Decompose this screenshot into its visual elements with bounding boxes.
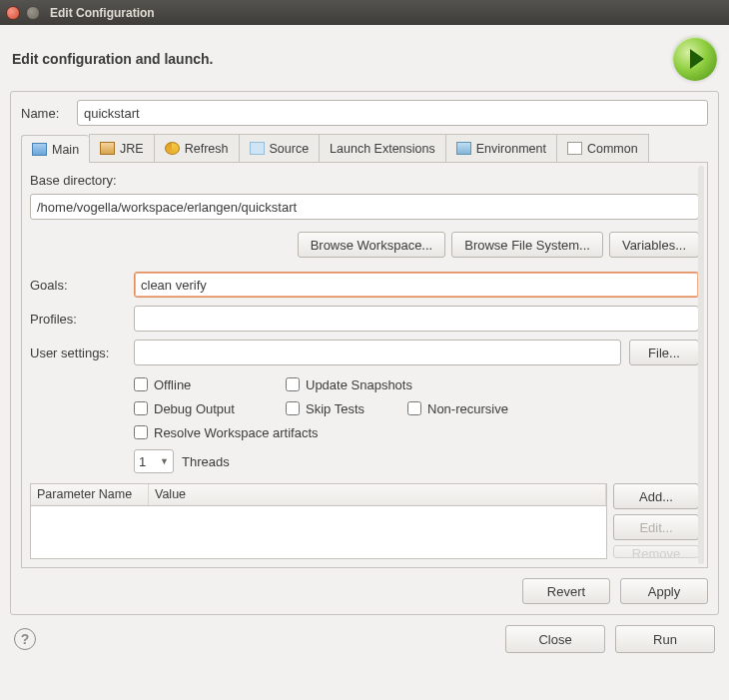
resolve-workspace-checkbox[interactable]: Resolve Workspace artifacts	[134, 421, 319, 443]
page-icon	[32, 143, 47, 156]
offline-checkbox[interactable]: Offline	[134, 373, 264, 395]
col-parameter-name[interactable]: Parameter Name	[31, 484, 149, 505]
tab-launch-extensions[interactable]: Launch Extensions	[319, 134, 445, 162]
tab-refresh[interactable]: Refresh	[154, 134, 239, 162]
skip-tests-checkbox[interactable]: Skip Tests	[286, 397, 385, 419]
jre-icon	[100, 142, 115, 155]
col-value[interactable]: Value	[149, 484, 606, 505]
tab-jre-label: JRE	[120, 142, 144, 156]
config-panel: Name: Main JRE Refresh Source Launch Ext…	[10, 91, 719, 615]
update-snapshots-label: Update Snapshots	[306, 377, 412, 392]
browse-filesystem-button[interactable]: Browse File System...	[451, 232, 603, 258]
threads-spinner[interactable]: 1▼	[134, 449, 174, 473]
run-button[interactable]: Run	[615, 625, 715, 653]
debug-output-checkbox[interactable]: Debug Output	[134, 397, 264, 419]
window-close-icon[interactable]	[6, 6, 20, 20]
file-button[interactable]: File...	[629, 340, 699, 365]
edit-button: Edit...	[613, 514, 699, 540]
goals-input[interactable]	[134, 272, 699, 298]
environment-icon	[456, 142, 471, 155]
tab-common[interactable]: Common	[556, 134, 649, 162]
page-title: Edit configuration and launch.	[12, 51, 213, 67]
non-recursive-checkbox[interactable]: Non-recursive	[407, 397, 508, 419]
apply-button[interactable]: Apply	[620, 578, 708, 604]
tab-main[interactable]: Main	[21, 135, 89, 163]
run-hero-icon	[673, 37, 717, 81]
profiles-input[interactable]	[134, 306, 699, 332]
browse-workspace-button[interactable]: Browse Workspace...	[298, 232, 446, 258]
parameter-table[interactable]: Parameter Name Value	[30, 483, 607, 559]
refresh-icon	[165, 142, 180, 155]
name-input[interactable]	[77, 100, 708, 126]
tab-common-label: Common	[587, 142, 638, 156]
help-icon[interactable]: ?	[14, 628, 36, 650]
debug-output-label: Debug Output	[154, 401, 235, 416]
tab-environment-label: Environment	[476, 142, 546, 156]
profiles-label: Profiles:	[30, 312, 126, 327]
base-dir-label: Base directory:	[30, 173, 699, 188]
close-button[interactable]: Close	[505, 625, 605, 653]
user-settings-input[interactable]	[134, 340, 621, 365]
skip-tests-label: Skip Tests	[306, 401, 364, 416]
non-recursive-label: Non-recursive	[427, 401, 508, 416]
window-title: Edit Configuration	[50, 6, 155, 20]
tab-source-label: Source	[270, 142, 310, 156]
tab-refresh-label: Refresh	[185, 142, 229, 156]
resolve-workspace-label: Resolve Workspace artifacts	[154, 425, 319, 440]
window-minimize-icon[interactable]	[26, 6, 40, 20]
base-dir-input[interactable]	[30, 194, 699, 220]
tab-source[interactable]: Source	[239, 134, 320, 162]
chevron-down-icon: ▼	[160, 456, 169, 466]
remove-button: Remove	[613, 545, 699, 558]
name-label: Name:	[21, 106, 69, 121]
add-button[interactable]: Add...	[613, 483, 699, 509]
variables-button[interactable]: Variables...	[609, 232, 699, 258]
threads-label: Threads	[182, 454, 230, 469]
threads-value: 1	[139, 454, 146, 469]
source-icon	[250, 142, 265, 155]
tab-bar: Main JRE Refresh Source Launch Extension…	[21, 134, 708, 163]
common-icon	[567, 142, 582, 155]
tab-main-body: Base directory: Browse Workspace... Brow…	[21, 163, 708, 568]
revert-button[interactable]: Revert	[522, 578, 610, 604]
offline-label: Offline	[154, 377, 191, 392]
user-settings-label: User settings:	[30, 346, 126, 360]
tab-main-label: Main	[52, 143, 79, 157]
titlebar: Edit Configuration	[0, 0, 729, 25]
tab-environment[interactable]: Environment	[445, 134, 556, 162]
tab-jre[interactable]: JRE	[89, 134, 154, 162]
update-snapshots-checkbox[interactable]: Update Snapshots	[286, 373, 412, 395]
goals-label: Goals:	[30, 278, 126, 293]
tab-launch-ext-label: Launch Extensions	[330, 142, 435, 156]
